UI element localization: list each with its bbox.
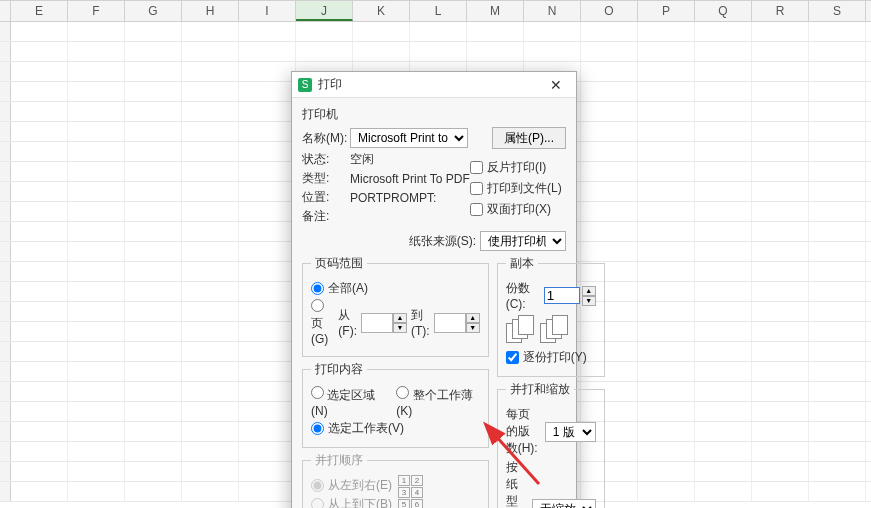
cell[interactable] [695,82,752,101]
cell[interactable] [638,122,695,141]
cell[interactable] [68,362,125,381]
scale-type-select[interactable]: 无缩放 [532,499,596,509]
cell[interactable] [809,442,866,461]
cell[interactable] [68,462,125,481]
cell[interactable] [11,142,68,161]
cell[interactable] [809,462,866,481]
cell[interactable] [467,42,524,61]
cell[interactable] [68,402,125,421]
close-icon[interactable]: ✕ [542,77,570,93]
cell[interactable] [11,242,68,261]
cell[interactable] [638,462,695,481]
cell[interactable] [125,302,182,321]
cell[interactable] [695,342,752,361]
printer-name-select[interactable]: Microsoft Print to PDF [350,128,468,148]
cell[interactable] [638,102,695,121]
cell[interactable] [68,262,125,281]
cell[interactable] [752,22,809,41]
collate-check[interactable]: 逐份打印(Y) [506,349,596,366]
cell[interactable] [68,182,125,201]
cell[interactable] [524,22,581,41]
cell[interactable] [182,162,239,181]
cell[interactable] [410,42,467,61]
cell[interactable] [239,62,296,81]
cell[interactable] [581,42,638,61]
cell[interactable] [182,302,239,321]
cell[interactable] [11,382,68,401]
column-header-Q[interactable]: Q [695,1,752,21]
duplex-print-check[interactable]: 双面打印(X) [470,201,566,218]
cell[interactable] [11,302,68,321]
cell[interactable] [695,422,752,441]
cell[interactable] [752,322,809,341]
column-header-R[interactable]: R [752,1,809,21]
cell[interactable] [11,402,68,421]
cell[interactable] [11,202,68,221]
cell[interactable] [11,42,68,61]
cell[interactable] [752,202,809,221]
cell[interactable] [410,22,467,41]
cell[interactable] [638,362,695,381]
cell[interactable] [752,42,809,61]
print-to-file-check[interactable]: 打印到文件(L) [470,180,566,197]
cell[interactable] [809,382,866,401]
cell[interactable] [125,42,182,61]
cell[interactable] [638,382,695,401]
cell[interactable] [638,262,695,281]
cell[interactable] [695,462,752,481]
cell[interactable] [809,182,866,201]
cell[interactable] [239,322,296,341]
cell[interactable] [752,162,809,181]
cell[interactable] [182,422,239,441]
column-header-H[interactable]: H [182,1,239,21]
cell[interactable] [752,142,809,161]
column-header-G[interactable]: G [125,1,182,21]
cell[interactable] [182,62,239,81]
cell[interactable] [695,102,752,121]
cell[interactable] [125,182,182,201]
cell[interactable] [752,82,809,101]
selection-radio[interactable]: 选定区域(N) [311,386,384,418]
cell[interactable] [809,142,866,161]
cell[interactable] [125,162,182,181]
cell[interactable] [182,82,239,101]
cell[interactable] [239,342,296,361]
cell[interactable] [695,322,752,341]
cell[interactable] [125,242,182,261]
cell[interactable] [68,302,125,321]
cell[interactable] [125,462,182,481]
cell[interactable] [752,302,809,321]
cell[interactable] [638,222,695,241]
cell[interactable] [239,442,296,461]
column-header-E[interactable]: E [11,1,68,21]
cell[interactable] [752,222,809,241]
cell[interactable] [239,102,296,121]
cell[interactable] [182,182,239,201]
column-header-F[interactable]: F [68,1,125,21]
cell[interactable] [239,22,296,41]
cell[interactable] [638,82,695,101]
cell[interactable] [68,482,125,501]
cell[interactable] [581,102,638,121]
to-spin-up[interactable]: ▲ [466,313,480,323]
cell[interactable] [695,142,752,161]
cell[interactable] [182,442,239,461]
cell[interactable] [11,422,68,441]
cell[interactable] [125,22,182,41]
reverse-print-check[interactable]: 反片打印(I) [470,159,566,176]
cell[interactable] [638,402,695,421]
cell[interactable] [695,302,752,321]
cell[interactable] [182,242,239,261]
pages-radio[interactable]: 页(G) [311,299,328,346]
from-spin-down[interactable]: ▼ [393,323,407,333]
cell[interactable] [68,282,125,301]
cell[interactable] [11,462,68,481]
cell[interactable] [11,442,68,461]
cell[interactable] [809,262,866,281]
cell[interactable] [125,322,182,341]
cell[interactable] [581,222,638,241]
cell[interactable] [638,282,695,301]
per-page-select[interactable]: 1 版 [545,422,596,442]
cell[interactable] [11,22,68,41]
cell[interactable] [809,102,866,121]
